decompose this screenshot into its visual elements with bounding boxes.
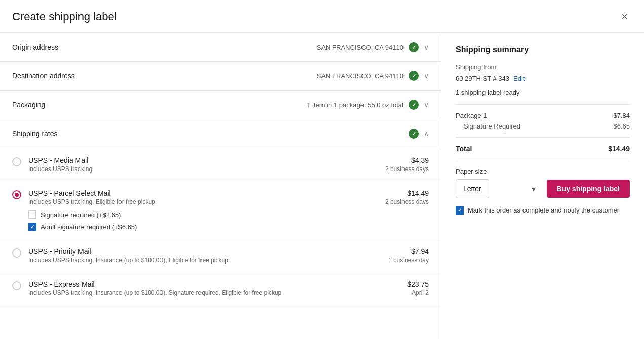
rate-info: USPS - Parcel Select Mail Includes USPS … [28, 189, 378, 231]
packaging-row: Packaging 1 item in 1 package: 55.0 oz t… [0, 91, 441, 119]
packaging-value: 1 item in 1 package: 55.0 oz total [307, 101, 404, 109]
rate-item: USPS - Express Mail Includes USPS tracki… [0, 272, 441, 305]
paper-size-select-wrapper: Letter 4x6 [456, 179, 542, 198]
modal-header: Create shipping label × [0, 0, 644, 33]
shipping-rates-right [409, 129, 429, 139]
package1-line: Package 1 $7.84 [456, 112, 630, 119]
option-label: Signature required (+$2.65) [41, 211, 121, 219]
packaging-check-icon [409, 100, 419, 110]
rate-info: USPS - Express Mail Includes USPS tracki… [28, 280, 400, 296]
destination-address-label: Destination address [12, 72, 75, 80]
rate-delivery: 2 business days [385, 198, 429, 205]
destination-address-right: SAN FRANCISCO, CA 94110 [317, 71, 429, 81]
origin-check-icon [409, 42, 419, 52]
destination-address-value: SAN FRANCISCO, CA 94110 [317, 72, 404, 80]
destination-check-icon [409, 71, 419, 81]
rate-price: $7.94 1 business day [388, 247, 429, 264]
rate-radio[interactable] [12, 157, 21, 166]
divider-2 [456, 137, 630, 138]
package1-price: $7.84 [613, 112, 630, 119]
buy-shipping-label-button[interactable]: Buy shipping label [547, 180, 630, 198]
rates-chevron-icon [424, 130, 429, 138]
option-checkbox[interactable] [28, 210, 36, 219]
rate-info: USPS - Media Mail Includes USPS tracking [28, 156, 378, 173]
packaging-header[interactable]: Packaging 1 item in 1 package: 55.0 oz t… [0, 91, 441, 119]
paper-size-row: Letter 4x6 Buy shipping label [456, 179, 630, 198]
shipping-rates-header[interactable]: Shipping rates [0, 119, 441, 148]
rate-desc: Includes USPS tracking, Insurance (up to… [28, 289, 400, 296]
rate-price-value: $7.94 [388, 247, 429, 256]
origin-address-row: Origin address SAN FRANCISCO, CA 94110 [0, 33, 441, 62]
rate-desc: Includes USPS tracking, Eligible for fre… [28, 198, 378, 205]
rate-item: USPS - Priority Mail Includes USPS track… [0, 239, 441, 272]
rate-option: Signature required (+$2.65) [28, 210, 378, 219]
close-button[interactable]: × [617, 9, 632, 24]
divider-3 [456, 160, 630, 160]
rate-desc: Includes USPS tracking [28, 165, 378, 173]
rate-name: USPS - Express Mail [28, 280, 400, 288]
package1-label: Package 1 [456, 112, 487, 119]
origin-address-value: SAN FRANCISCO, CA 94110 [317, 44, 404, 51]
origin-address-header[interactable]: Origin address SAN FRANCISCO, CA 94110 [0, 33, 441, 61]
summary-title: Shipping summary [456, 45, 630, 54]
paper-size-label: Paper size [456, 167, 630, 175]
edit-address-link[interactable]: Edit [513, 75, 525, 82]
rate-option: Adult signature required (+$6.65) [28, 223, 378, 231]
destination-address-row: Destination address SAN FRANCISCO, CA 94… [0, 62, 441, 91]
right-panel: Shipping summary Shipping from 60 29TH S… [441, 33, 644, 339]
rate-name: USPS - Parcel Select Mail [28, 189, 378, 197]
rate-info: USPS - Priority Mail Includes USPS track… [28, 247, 381, 264]
summary-address: 60 29TH ST # 343 Edit [456, 75, 630, 82]
rate-radio[interactable] [12, 281, 21, 290]
paper-size-select[interactable]: Letter 4x6 [456, 179, 489, 198]
rate-price: $14.49 2 business days [385, 189, 429, 205]
divider-1 [456, 104, 630, 105]
origin-address-right: SAN FRANCISCO, CA 94110 [317, 42, 429, 52]
rate-options: Signature required (+$2.65) Adult signat… [28, 210, 378, 231]
packaging-chevron-icon [424, 101, 429, 109]
signature-line: Signature Required $6.65 [456, 122, 630, 130]
destination-chevron-icon [424, 72, 429, 80]
rate-delivery: April 2 [407, 289, 429, 296]
option-label: Adult signature required (+$6.65) [41, 223, 137, 231]
total-label: Total [456, 145, 472, 153]
rate-delivery: 1 business day [388, 257, 429, 264]
signature-label: Signature Required [464, 122, 520, 130]
labels-ready: 1 shipping label ready [456, 89, 630, 96]
rate-desc: Includes USPS tracking, Insurance (up to… [28, 257, 381, 264]
notify-checkbox[interactable] [456, 206, 464, 215]
rate-name: USPS - Priority Mail [28, 247, 381, 256]
rates-check-icon [409, 129, 419, 139]
packaging-right: 1 item in 1 package: 55.0 oz total [307, 100, 429, 110]
rate-price: $23.75 April 2 [407, 280, 429, 296]
destination-address-header[interactable]: Destination address SAN FRANCISCO, CA 94… [0, 62, 441, 90]
rate-price-value: $23.75 [407, 280, 429, 288]
summary-address-text: 60 29TH ST # 343 [456, 75, 509, 82]
rate-radio[interactable] [12, 248, 21, 258]
rate-price-value: $4.39 [385, 156, 429, 164]
modal-title: Create shipping label [12, 10, 117, 23]
packaging-label: Packaging [12, 101, 45, 109]
modal-body: Origin address SAN FRANCISCO, CA 94110 D… [0, 33, 644, 339]
create-shipping-label-modal: Create shipping label × Origin address S… [0, 0, 644, 339]
left-panel: Origin address SAN FRANCISCO, CA 94110 D… [0, 33, 441, 339]
rate-name: USPS - Media Mail [28, 156, 378, 164]
shipping-from-label: Shipping from [456, 62, 630, 73]
notify-row: Mark this order as complete and notify t… [456, 206, 630, 215]
rate-item: USPS - Media Mail Includes USPS tracking… [0, 148, 441, 181]
rate-delivery: 2 business days [385, 165, 429, 173]
option-checkbox[interactable] [28, 223, 36, 231]
rate-item: USPS - Parcel Select Mail Includes USPS … [0, 181, 441, 239]
rates-container: USPS - Media Mail Includes USPS tracking… [0, 148, 441, 305]
shipping-rates-label: Shipping rates [12, 130, 58, 138]
total-price: $14.49 [608, 145, 630, 153]
total-line: Total $14.49 [456, 145, 630, 153]
origin-address-label: Origin address [12, 43, 58, 51]
notify-label: Mark this order as complete and notify t… [468, 206, 619, 214]
signature-price: $6.65 [613, 122, 630, 130]
rate-price-value: $14.49 [385, 189, 429, 197]
rate-radio[interactable] [12, 190, 21, 199]
origin-chevron-icon [424, 43, 429, 51]
rate-price: $4.39 2 business days [385, 156, 429, 173]
